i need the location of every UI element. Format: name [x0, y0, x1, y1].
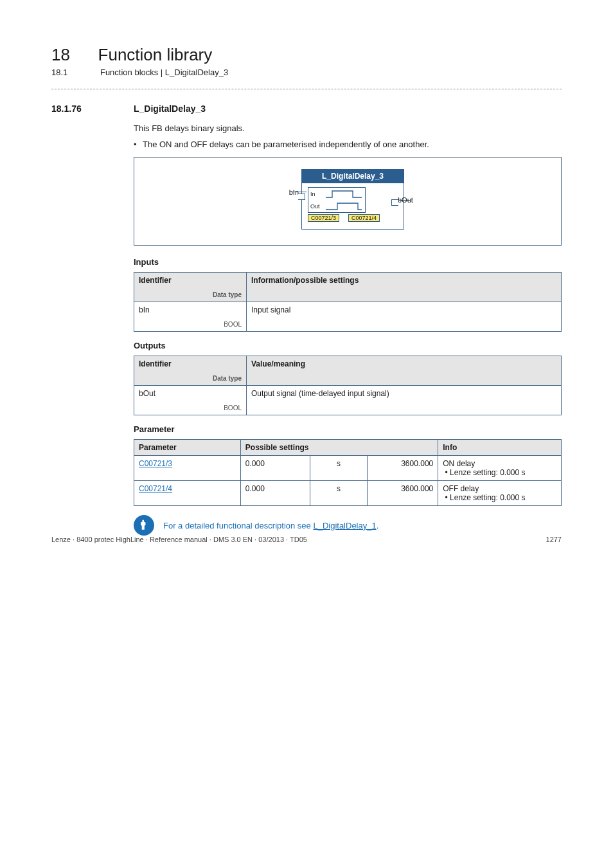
param-th-settings: Possible settings — [240, 440, 438, 456]
param-link[interactable]: C00721/4 — [139, 484, 172, 493]
cell-datatype: BOOL — [139, 321, 242, 328]
section-title: Function blocks | L_DigitalDelay_3 — [100, 68, 228, 77]
note-row: For a detailed functional description se… — [134, 515, 562, 536]
table-row: C00721/4 0.000 s 3600.000 OFF delay • Le… — [134, 481, 562, 506]
cell-datatype: BOOL — [139, 404, 242, 411]
outputs-table: Identifier Data type Value/meaning bOut … — [134, 356, 562, 415]
info-title: ON delay — [443, 459, 475, 468]
subsection-heading: 18.1.76 L_DigitalDelay_3 — [51, 104, 562, 114]
timing-out-icon — [324, 201, 363, 212]
fb-inner-label-out: Out — [308, 203, 324, 210]
page-footer: Lenze · 8400 protec HighLine · Reference… — [51, 536, 562, 543]
footer-left: Lenze · 8400 protec HighLine · Reference… — [51, 536, 307, 543]
note-suffix: . — [377, 521, 379, 530]
cell-max: 3600.000 — [367, 456, 438, 481]
cell-max: 3600.000 — [367, 481, 438, 506]
subsection-title: L_DigitalDelay_3 — [134, 104, 206, 114]
cell-identifier: bIn — [139, 305, 150, 314]
inputs-heading: Inputs — [134, 257, 562, 267]
info-bullet: Lenze setting: 0.000 s — [450, 493, 525, 502]
th-datatype: Data type — [139, 375, 242, 382]
fb-param-labels: C00721/3 C00721/4 — [308, 214, 380, 222]
chapter-title: Function library — [98, 45, 213, 65]
inputs-table: Identifier Data type Information/possibl… — [134, 272, 562, 332]
outputs-heading: Outputs — [134, 341, 562, 350]
fb-connector-left — [292, 192, 306, 192]
cell-unit: s — [310, 456, 367, 481]
inputs-th-identifier: Identifier Data type — [134, 273, 247, 302]
cell-description: Output signal (time-delayed input signal… — [247, 386, 562, 415]
th-datatype: Data type — [139, 291, 242, 298]
param-th-parameter: Parameter — [134, 440, 241, 456]
fb-param-left: C00721/3 — [308, 214, 339, 222]
cell-info: ON delay • Lenze setting: 0.000 s — [438, 456, 562, 481]
function-block-diagram: L_DigitalDelay_3 In Out C00721/3 C00721/… — [134, 157, 562, 246]
note-link[interactable]: L_DigitalDelay_1 — [313, 521, 376, 530]
table-row: bIn BOOL Input signal — [134, 302, 562, 332]
fb-inner-graph: In Out — [308, 187, 366, 213]
chapter-number: 18 — [51, 45, 70, 65]
bullet-item: • The ON and OFF delays can be parameter… — [134, 140, 562, 149]
inputs-th-info: Information/possible settings — [247, 273, 562, 302]
info-bullet: Lenze setting: 0.000 s — [450, 468, 525, 477]
info-title: OFF delay — [443, 484, 479, 493]
subsection-number: 18.1.76 — [51, 104, 134, 114]
note-prefix: For a detailed functional description se… — [163, 521, 313, 530]
cell-description: Input signal — [247, 302, 562, 332]
parameter-table: Parameter Possible settings Info C00721/… — [134, 439, 562, 506]
fb-titlebar: L_DigitalDelay_3 — [301, 169, 404, 183]
th-text: Identifier — [139, 276, 172, 285]
cell-min: 0.000 — [240, 456, 310, 481]
outputs-th-info: Value/meaning — [247, 356, 562, 386]
fb-inner-label-in: In — [308, 191, 324, 197]
param-th-info: Info — [438, 440, 562, 456]
fb-port-bin: bIn — [271, 188, 299, 196]
note-text: For a detailed functional description se… — [163, 521, 378, 530]
intro-text: This FB delays binary signals. — [134, 123, 562, 134]
timing-in-icon — [324, 188, 363, 200]
table-row: bOut BOOL Output signal (time-delayed in… — [134, 386, 562, 415]
bullet-marker: • — [134, 140, 143, 149]
chapter-header: 18 Function library — [51, 45, 562, 65]
th-text: Identifier — [139, 359, 172, 368]
param-link[interactable]: C00721/3 — [139, 459, 172, 468]
cell-min: 0.000 — [240, 481, 310, 506]
bullet-text: The ON and OFF delays can be parameteris… — [143, 140, 429, 149]
parameter-heading: Parameter — [134, 424, 562, 434]
info-hand-icon — [134, 515, 154, 536]
section-line: 18.1 Function blocks | L_DigitalDelay_3 — [51, 68, 562, 77]
fb-port-bout: bOut — [398, 196, 423, 204]
divider-dashed — [51, 89, 562, 89]
cell-unit: s — [310, 481, 367, 506]
cell-info: OFF delay • Lenze setting: 0.000 s — [438, 481, 562, 506]
fb-param-right: C00721/4 — [348, 214, 380, 222]
table-row: C00721/3 0.000 s 3600.000 ON delay • Len… — [134, 456, 562, 481]
section-number: 18.1 — [51, 68, 67, 77]
outputs-th-identifier: Identifier Data type — [134, 356, 247, 386]
cell-identifier: bOut — [139, 389, 155, 398]
footer-page-number: 1277 — [546, 536, 562, 543]
